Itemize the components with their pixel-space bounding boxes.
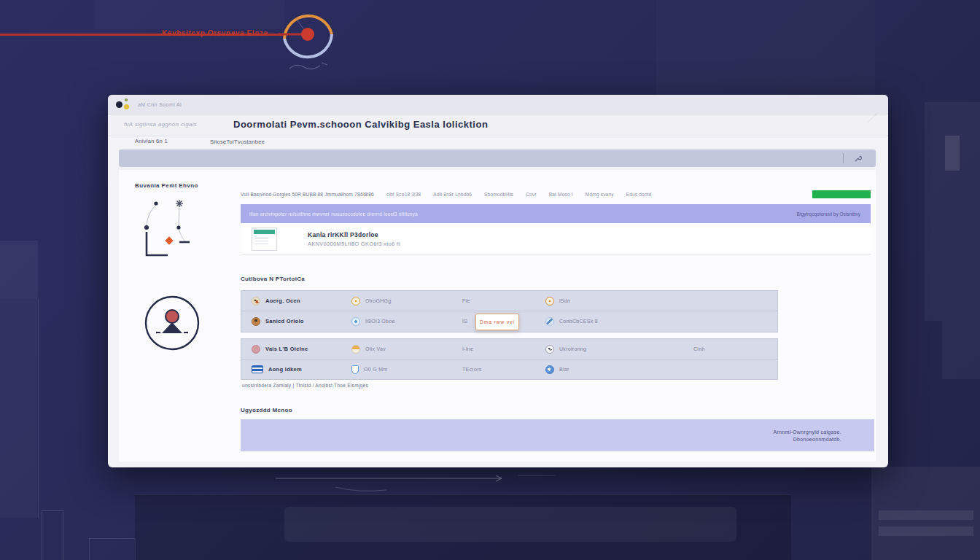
clock-yellow-icon — [351, 297, 360, 306]
umbrella-icon — [351, 345, 360, 354]
ghost-panel — [42, 510, 63, 560]
ghost-panel — [656, 0, 875, 95]
cell-label: Il8Ol3 Oboe — [365, 319, 395, 324]
cell-label: ConbCbCESk 8 — [559, 319, 598, 324]
meta-item: Mdmg svany — [586, 192, 614, 197]
banner-attribution: Btgytrqcqotonuvl by Oslsntbvy — [797, 211, 860, 217]
cell-label: Aoerg. Ocen — [265, 298, 300, 304]
window-titlebar: aM Cnn Soomi Al — [108, 95, 888, 114]
table-row[interactable]: Vais L'B Oielne Olix Vav I-lne Ukrolronn… — [241, 339, 777, 359]
ghost-panel — [925, 102, 980, 321]
ghost-panel — [942, 321, 980, 379]
ghost-panel — [0, 241, 38, 299]
app-logo-text: fvA sigtinsa aggnon cigais — [124, 121, 197, 128]
cell-label: TEcrors — [462, 367, 482, 372]
attachment-title: Kanla rirKKll P3dorloe — [308, 231, 400, 238]
ghost-panel — [284, 507, 736, 542]
details-table-2: Vais L'B Oielne Olix Vav I-lne Ukrolronn… — [241, 338, 778, 380]
window-header: fvA sigtinsa aggnon cigais Doormolati Pe… — [108, 114, 888, 136]
uploads-note-banner: Arnnml-Ownrgnyld calgase. Dbonoeonnmdatd… — [241, 419, 874, 451]
globe-icon — [545, 345, 554, 354]
cell-label: Sanicd Orlolo — [265, 318, 304, 324]
cell-label: Olix Vav — [365, 346, 386, 351]
constellation-illustration — [137, 194, 217, 278]
meta-item: Covr — [526, 192, 537, 197]
cell-label: Blar — [559, 367, 569, 372]
toolbar-divider — [843, 153, 844, 163]
cell-label: Fie — [462, 298, 470, 303]
person-icon — [252, 317, 260, 326]
titlebar-menu-text: aM Cnn Soomi Al — [138, 102, 182, 107]
page-title: Doormolati Pevm.schooon Calvikibg Easla … — [233, 119, 488, 130]
ghost-panel — [89, 538, 136, 560]
shield-icon — [351, 365, 359, 374]
ghost-panel — [945, 136, 960, 171]
cell-label: I-lne — [462, 346, 473, 351]
ghost-panel — [871, 467, 980, 560]
clock-orange-icon — [545, 297, 554, 306]
dial-icon — [279, 7, 337, 65]
sidebar-heading: Buvanla Pemt Ehvno — [135, 182, 198, 189]
uploads-note-line: Arnnml-Ownrgnyld calgase. — [774, 429, 841, 435]
window-dot-yellow-icon[interactable] — [124, 104, 129, 109]
document-thumbnail-icon — [252, 228, 277, 251]
cell-label: O0 G Mm — [364, 367, 387, 372]
wrench-icon[interactable] — [849, 155, 866, 163]
meta-item: clbf Sco18 3l38 — [386, 192, 421, 197]
cell-label: OlroGHGg — [365, 298, 391, 303]
tooltip-text: Dma rww vvl — [480, 319, 515, 324]
ghost-panel — [95, 0, 284, 29]
ghost-panel — [135, 494, 791, 560]
squiggle-decoration — [288, 60, 332, 74]
meta-item: Adlt 8n8r Lnbdb6 — [433, 192, 472, 197]
ghost-panel — [879, 526, 973, 536]
meta-item: Edus dontd — [626, 192, 652, 197]
bird-icon — [252, 297, 260, 306]
cell-label: IS — [462, 319, 467, 324]
cell-label: lSdn — [559, 298, 570, 303]
validation-tooltip: Dma rww vvl — [475, 314, 519, 330]
target-icon — [351, 317, 360, 326]
section-heading-details: Cutlbova N PTortoiCa — [241, 276, 305, 282]
banner-message: ilian arctvtnpoter ro/sutthne mwvner nuu… — [249, 211, 418, 217]
id-card-icon — [252, 365, 263, 373]
dot-icon — [252, 345, 260, 354]
chat-icon — [545, 365, 554, 374]
info-banner: ilian arctvtnpoter ro/sutthne mwvner nuu… — [241, 204, 871, 223]
details-table-1: Aoerg. Ocen OlroGHGg Fie lSdn Sanicd Orl… — [241, 290, 778, 332]
cell-label: Ukrolronng — [559, 346, 586, 351]
swirl-icon — [545, 317, 554, 326]
desktop-background: Kevbsitcxp Orsvnava Eloze aM Cnn Soomi A… — [0, 0, 980, 560]
table-footnote: unsslnlbdera Zamlaly | Tlnlsld / Anolbst… — [242, 383, 368, 388]
window-dot-green-icon — [125, 98, 128, 101]
ghost-panel — [879, 510, 973, 520]
window-dot-dark-icon[interactable] — [116, 101, 122, 108]
table-row[interactable]: Aong Idkem O0 G Mm TEcrors Blar — [241, 359, 777, 379]
cell-label: Cinh — [693, 346, 705, 351]
table-row[interactable]: Aoerg. Ocen OlroGHGg Fie lSdn — [241, 291, 777, 311]
cell-label: Vais L'B Oielne — [265, 346, 308, 352]
corner-fold-decoration — [867, 113, 886, 132]
avatar-illustration — [143, 293, 201, 353]
document-meta-row: Vull Basnlriod Gorgles 50R BUBB 88 Jmmua… — [241, 188, 871, 200]
section-heading-uploads: Ugyozddd Mcnoo — [241, 407, 292, 413]
attachment-card[interactable]: Kanla rirKKll P3dorloe AKNV0000M9LfI8O G… — [241, 224, 871, 254]
arrow-decoration — [270, 468, 576, 497]
ghost-panel — [0, 299, 39, 518]
cell-label: Aong Idkem — [268, 366, 302, 373]
meta-item: Vull Basnlriod Gorgles 50R BUBB 88 Jmmua… — [241, 192, 374, 197]
status-badge — [812, 190, 871, 198]
ribbon-label: Kevbsitcxp Orsvnava Eloze — [162, 29, 268, 37]
meta-item: Sbomodbl4ts — [484, 192, 513, 197]
uploads-note-line: Dbonoeonnmdatdb. — [793, 437, 841, 442]
dialog-window: aM Cnn Soomi Al fvA sigtinsa aggnon ciga… — [108, 95, 888, 467]
meta-item: Bat Moso I — [549, 192, 573, 197]
toolbar: Anivian 6n 1 SitoseToiTvustanbee — [119, 149, 876, 167]
attachment-subtitle: AKNV0000M9LfI8O GKO6f3 xto6 ft — [308, 241, 400, 247]
